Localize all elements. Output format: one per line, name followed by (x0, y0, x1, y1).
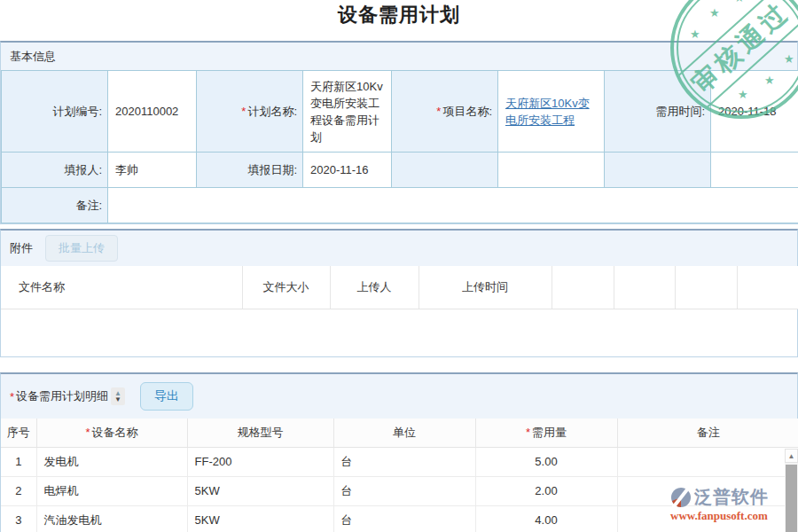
required-marker: * (241, 105, 246, 118)
cell-name: 汽油发电机 (36, 505, 187, 532)
scroll-up-button[interactable]: ▲ (785, 449, 798, 463)
cell-unit: 台 (333, 447, 475, 476)
cell-model: 5KW (187, 476, 333, 505)
basic-info-section: 基本信息 计划编号: 2020110002 *计划名称: 天府新区10Kv变电所… (0, 41, 798, 224)
col-equipment-name: *设备名称 (36, 419, 187, 447)
cell-no: 3 (1, 505, 36, 532)
basic-info-title: 基本信息 (10, 49, 56, 65)
export-button[interactable]: 导出 (140, 382, 193, 411)
cell-model: FF-200 (187, 447, 333, 476)
project-name-label: *项目名称: (392, 71, 498, 153)
empty-label-cell (392, 153, 498, 188)
required-marker: * (85, 426, 90, 439)
col-file-name: 文件名称 (1, 266, 242, 309)
col-empty (737, 266, 798, 309)
attachments-section: 附件 批量上传 文件名称 文件大小 上传人 上传时间 (0, 229, 798, 357)
plan-no-label: 计划编号: (2, 71, 108, 153)
fanpu-logo: 泛普软件 www.fanpusoft.com (670, 485, 787, 523)
basic-info-form: 计划编号: 2020110002 *计划名称: 天府新区10Kv变电所安装工程设… (1, 70, 798, 223)
need-time-label: 需用时间: (605, 71, 711, 153)
detail-title: 设备需用计划明细 (16, 388, 108, 404)
star-icon: ★ (690, 28, 700, 40)
cell-qty: 2.00 (475, 476, 617, 505)
cell-model: 5KW (187, 505, 333, 532)
table-row: 1 发电机 FF-200 台 5.00 (1, 447, 798, 476)
cell-qty: 5.00 (475, 447, 617, 476)
attachments-table: 文件名称 文件大小 上传人 上传时间 (1, 266, 798, 309)
cell-no: 2 (1, 476, 36, 505)
basic-info-header: 基本信息 (1, 43, 797, 70)
empty-label-cell (605, 153, 711, 188)
col-empty (552, 266, 614, 309)
required-marker: * (526, 426, 530, 439)
attachments-header-row: 文件名称 文件大小 上传人 上传时间 (1, 266, 798, 309)
cell-remark (617, 447, 798, 476)
detail-scrollbar[interactable]: ▲ (785, 449, 798, 532)
col-empty (614, 266, 675, 309)
col-remark: 备注 (617, 419, 798, 447)
col-empty (675, 266, 737, 309)
detail-header: * 设备需用计划明细 ▲ ▼ 导出 (1, 374, 797, 419)
project-name-value: 天府新区10Kv变电所安装工程 (498, 71, 605, 153)
attachments-title: 附件 (10, 240, 33, 256)
col-no: 序号 (1, 419, 36, 447)
col-model: 规格型号 (187, 419, 333, 447)
fanpu-logo-text: 泛普软件 (694, 485, 769, 509)
empty-value-cell (711, 153, 798, 188)
col-qty: *需用量 (475, 419, 617, 447)
report-date-value: 2020-11-16 (303, 153, 392, 188)
reporter-value: 李帅 (108, 153, 197, 188)
report-date-label: 填报日期: (197, 153, 303, 188)
attachments-header: 附件 批量上传 (1, 231, 797, 266)
attachments-empty-area (1, 309, 797, 358)
remark-value (108, 188, 798, 223)
empty-value-cell (498, 153, 605, 188)
page-title: 设备需用计划 (0, 2, 798, 28)
cell-no: 1 (1, 447, 36, 476)
col-uploader: 上传人 (330, 266, 419, 309)
required-marker: * (436, 105, 441, 118)
plan-name-value: 天府新区10Kv变电所安装工程设备需用计划 (303, 71, 392, 153)
remark-label: 备注: (2, 188, 108, 223)
cell-name: 电焊机 (36, 476, 187, 505)
col-unit: 单位 (333, 419, 475, 447)
plan-name-label: *计划名称: (197, 71, 303, 153)
need-time-value: 2020-11-18 (711, 71, 798, 153)
cell-unit: 台 (333, 476, 475, 505)
sort-desc-icon: ▼ (114, 396, 121, 403)
required-marker: * (10, 390, 14, 403)
cell-name: 发电机 (36, 447, 187, 476)
col-file-size: 文件大小 (242, 266, 330, 309)
cell-unit: 台 (333, 505, 475, 532)
reporter-label: 填报人: (2, 153, 108, 188)
fanpu-logo-url: www.fanpusoft.com (670, 509, 787, 523)
project-link[interactable]: 天府新区10Kv变电所安装工程 (505, 97, 590, 127)
batch-upload-button[interactable]: 批量上传 (45, 235, 118, 262)
sort-icon[interactable]: ▲ ▼ (111, 387, 125, 405)
detail-header-row: 序号 *设备名称 规格型号 单位 *需用量 备注 (1, 419, 798, 447)
scroll-up-icon: ▲ (788, 452, 795, 460)
col-upload-time: 上传时间 (419, 266, 552, 309)
cell-qty: 4.00 (475, 505, 617, 532)
page: 设备需用计划 ★ ★ ★ ★ ★ ★ 审核通过 基本信息 计划编号: 20201… (0, 0, 798, 532)
plan-no-value: 2020110002 (108, 71, 197, 153)
scrollbar-thumb[interactable] (786, 465, 797, 532)
fanpu-logo-icon (670, 487, 692, 508)
